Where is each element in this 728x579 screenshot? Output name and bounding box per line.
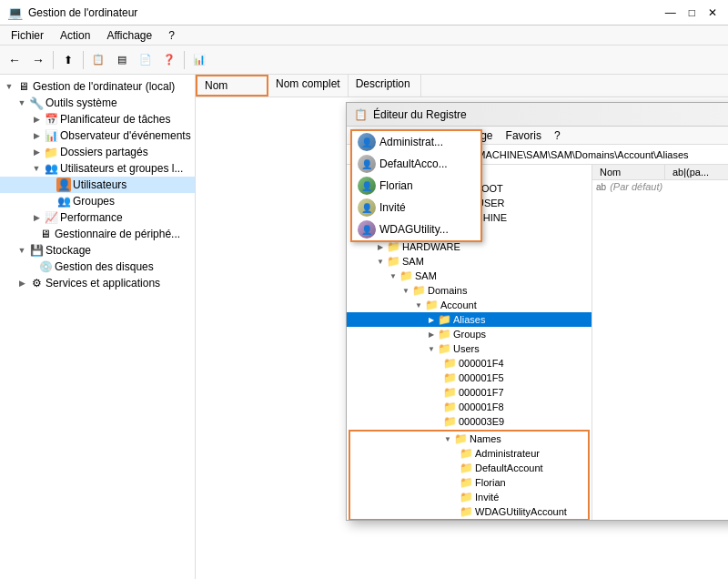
rt-account[interactable]: ▼ 📁 Account — [347, 298, 592, 312]
view-button[interactable]: ▤ — [111, 49, 133, 71]
menu-action[interactable]: Action — [53, 27, 97, 44]
col-nom-complet[interactable]: Nom complet — [268, 75, 349, 96]
properties-button[interactable]: 📄 — [135, 49, 157, 71]
menu-help[interactable]: ? — [161, 27, 182, 44]
rt-f8-label: 000001F8 — [459, 401, 504, 412]
menu-fichier[interactable]: Fichier — [4, 27, 51, 44]
tree-performance[interactable]: ▶ 📈 Performance — [0, 209, 195, 226]
stock-icon: 💾 — [29, 243, 44, 258]
rt-invite[interactable]: 📁 Invité — [350, 490, 588, 504]
rt-administrateur[interactable]: 📁 Administrateur — [350, 446, 588, 461]
rt-acc-arrow: ▼ — [412, 301, 425, 310]
reg-menu-favoris[interactable]: Favoris — [500, 128, 547, 143]
rt-domains[interactable]: ▼ 📁 Domains — [347, 283, 592, 298]
extra-button[interactable]: 📊 — [188, 49, 210, 71]
rt-aliases[interactable]: ▶ 📁 Aliases — [347, 312, 592, 327]
menu-affichage[interactable]: Affichage — [99, 27, 159, 44]
rt-sam-top[interactable]: ▼ 📁 SAM — [347, 254, 592, 269]
tree-groupes[interactable]: 👥 Groupes — [0, 193, 195, 209]
help-button[interactable]: ❓ — [158, 49, 180, 71]
rt-florian[interactable]: 📁 Florian — [350, 475, 588, 490]
back-button[interactable]: ← — [4, 49, 25, 71]
user-wdag-label: WDAGUtility... — [379, 223, 449, 236]
col-nom[interactable]: Nom — [196, 75, 268, 96]
registry-values-panel: Nom ab|(pa... ab (Par défaut) — [592, 165, 728, 520]
user-florian[interactable]: 👤 Florian — [352, 175, 480, 197]
tree-gestionnaire[interactable]: 🖥 Gestionnaire de périphé... — [0, 226, 195, 242]
stock-label: Stockage — [46, 244, 91, 257]
rt-000001f4[interactable]: 📁 000001F4 — [347, 356, 592, 371]
gest-icon: 🖥 — [38, 227, 53, 241]
avatar-wdag: 👤 — [358, 220, 376, 239]
rt-sam-top-label: SAM — [402, 256, 424, 267]
forward-button[interactable]: → — [27, 49, 49, 71]
avatar-florian: 👤 — [358, 177, 376, 195]
planif-label: Planificateur de tâches — [60, 113, 170, 126]
tree-utilisateurs[interactable]: 👤 Utilisateurs — [0, 177, 195, 193]
rt-wdag-label: WDAGUtilityAccount — [475, 506, 567, 517]
rt-sam-sub[interactable]: ▼ 📁 SAM — [347, 269, 592, 283]
tree-disques[interactable]: 💿 Gestion des disques — [0, 259, 195, 275]
reg-default-value: ab (Par défaut) — [592, 180, 728, 193]
pc-icon: 🖥 — [16, 79, 31, 94]
rt-000001f8[interactable]: 📁 000001F8 — [347, 400, 592, 414]
close-btn[interactable]: ✕ — [704, 6, 721, 19]
user-admin-label: Administrat... — [379, 136, 443, 148]
main-container: ▼ 🖥 Gestion de l'ordinateur (local) ▼ 🔧 … — [0, 75, 728, 579]
tree-view: ▼ 🖥 Gestion de l'ordinateur (local) ▼ 🔧 … — [0, 75, 195, 295]
tree-stockage[interactable]: ▼ 💾 Stockage — [0, 242, 195, 259]
rt-dom-icon: 📁 — [412, 284, 426, 297]
tree-services[interactable]: ▶ ⚙ Services et applications — [0, 275, 195, 291]
up-button[interactable]: ⬆ — [57, 49, 79, 71]
tree-observateur[interactable]: ▶ 📊 Observateur d'événements — [0, 127, 195, 144]
disk-arrow — [29, 259, 38, 274]
user-wdag[interactable]: 👤 WDAGUtility... — [352, 218, 480, 240]
user-administrateur[interactable]: 👤 Administrat... — [352, 131, 480, 153]
reg-menu-help[interactable]: ? — [549, 128, 566, 143]
rt-fl-icon: 📁 — [460, 476, 473, 489]
values-header: Nom ab|(pa... — [592, 165, 728, 180]
rt-ali-icon: 📁 — [438, 313, 451, 326]
rt-grp-arrow: ▶ — [425, 330, 438, 339]
registry-icon: 📋 — [354, 108, 368, 121]
tree-planificateur[interactable]: ▶ 📅 Planificateur de tâches — [0, 111, 195, 127]
rt-sam-sub-label: SAM — [415, 270, 437, 281]
col-description[interactable]: Description — [349, 75, 421, 96]
doss-arrow: ▶ — [29, 145, 44, 159]
tree-outils[interactable]: ▼ 🔧 Outils système — [0, 95, 195, 111]
rt-wdag[interactable]: 📁 WDAGUtilityAccount — [350, 504, 588, 519]
gr-arrow — [47, 194, 56, 208]
avatar-invite: 👤 — [358, 198, 376, 217]
registry-title-bar: 📋 Éditeur du Registre — □ ✕ — [347, 103, 728, 127]
rt-names[interactable]: ▼ 📁 Names — [350, 432, 588, 446]
rt-hw-arrow: ▶ — [374, 243, 387, 251]
outils-label: Outils système — [46, 96, 117, 109]
show-hide-button[interactable]: 📋 — [87, 49, 109, 71]
perf-icon: 📈 — [44, 210, 58, 225]
rt-000003e9[interactable]: 📁 000003E9 — [347, 414, 592, 429]
left-panel: ▼ 🖥 Gestion de l'ordinateur (local) ▼ 🔧 … — [0, 75, 196, 579]
svc-label: Services et applications — [46, 277, 160, 290]
minimize-btn[interactable]: — — [662, 6, 680, 19]
values-col-nom[interactable]: Nom — [592, 165, 665, 179]
maximize-btn[interactable]: □ — [685, 6, 699, 19]
ut-label: Utilisateurs — [73, 178, 126, 191]
tree-dossiers[interactable]: ▶ 📁 Dossiers partagés — [0, 144, 195, 160]
user-invite[interactable]: 👤 Invité — [352, 197, 480, 218]
reg-val-icon: ab — [596, 182, 606, 192]
tree-root[interactable]: ▼ 🖥 Gestion de l'ordinateur (local) — [0, 78, 195, 95]
rt-000001f7[interactable]: 📁 000001F7 — [347, 385, 592, 400]
values-col-type[interactable]: ab|(pa... — [665, 165, 728, 179]
rt-000001f5[interactable]: 📁 000001F5 — [347, 371, 592, 385]
rt-defaultaccount[interactable]: 📁 DefaultAccount — [350, 461, 588, 475]
rt-names-label: Names — [470, 433, 501, 444]
ut-arrow — [47, 178, 56, 192]
tree-utilisateurs-groupes[interactable]: ▼ 👥 Utilisateurs et groupes l... — [0, 160, 195, 177]
rt-users-label: Users — [453, 343, 480, 354]
rt-ali-arrow: ▶ — [425, 316, 438, 324]
rt-users[interactable]: ▼ 📁 Users — [347, 341, 592, 356]
app-title: Gestion de l'ordinateur — [28, 6, 137, 19]
rt-groups[interactable]: ▶ 📁 Groups — [347, 327, 592, 341]
user-defaultaccount[interactable]: 👤 DefaultAcco... — [352, 153, 480, 175]
users-popup: 👤 Administrat... 👤 DefaultAcco... 👤 Flor… — [350, 129, 482, 242]
